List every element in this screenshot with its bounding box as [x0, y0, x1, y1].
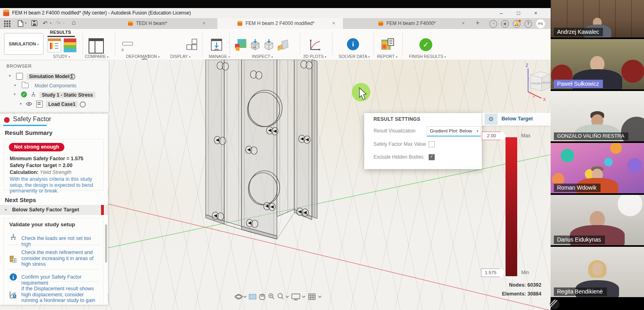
redo-dropdown-icon[interactable]: ▾	[63, 20, 64, 27]
undo-dropdown-icon[interactable]: ▾	[50, 20, 52, 27]
h-beam-model[interactable]	[206, 60, 317, 239]
participant-tile[interactable]: Darius Eidukynas	[551, 195, 644, 245]
user-avatar[interactable]: PS	[536, 19, 545, 28]
eye-visibility-icon[interactable]	[26, 102, 32, 106]
app-grid-icon[interactable]	[4, 21, 10, 27]
file-dropdown-icon[interactable]: ▾	[25, 20, 27, 27]
workspace-selector[interactable]: SIMULATION ▾	[4, 33, 43, 55]
panel-scrollbar-thumb[interactable]	[105, 224, 107, 262]
legend-settings-gear-icon[interactable]: ⚙	[485, 114, 497, 125]
participant-tile[interactable]: Paweł Sułkowicz	[551, 39, 644, 89]
inspect-probe-xyz-icon[interactable]: xyz	[249, 38, 262, 52]
legend-min-handle[interactable]: 1.575	[481, 269, 505, 277]
visibility-radio-icon[interactable]	[80, 101, 86, 107]
tree-item-simulation-model[interactable]: ▾ Simulation Model 1	[0, 72, 109, 81]
viewcube-right-label[interactable]: RIGHT	[543, 81, 551, 85]
group-display[interactable]: DISPLAY ▾	[164, 54, 196, 59]
group-compare[interactable]: COMPARE ▾	[80, 54, 113, 59]
undo-icon[interactable]: ↶	[43, 20, 48, 27]
pan-hand-icon[interactable]	[260, 294, 265, 300]
group-manage[interactable]: MANAGE ▾	[203, 54, 235, 59]
tab-close-icon[interactable]: ×	[460, 21, 466, 26]
participant-tile[interactable]: Roman Wdowik	[551, 143, 644, 193]
chevron-right-icon[interactable]: ▸	[14, 83, 17, 87]
group-report[interactable]: REPORT ▾	[371, 54, 403, 59]
look-at-icon[interactable]	[249, 294, 256, 299]
display-settings-icon[interactable]	[292, 294, 300, 300]
help-icon[interactable]: ?	[524, 20, 532, 28]
study-results-icon[interactable]	[47, 38, 61, 52]
view-cube[interactable]: Z FRONT RIGHT × X	[526, 63, 551, 102]
solver-data-icon[interactable]: i	[347, 38, 359, 50]
close-button[interactable]: ×	[529, 9, 543, 17]
group-inspect[interactable]: INSPECT ▾	[246, 54, 279, 59]
result-settings-dialog: RESULT SETTINGS Result Visualization Gra…	[364, 113, 482, 169]
tree-item-model-components[interactable]: ▸ Model Components	[0, 82, 109, 90]
zoom-icon[interactable]	[269, 294, 274, 300]
tab-close-icon[interactable]: ×	[201, 21, 207, 26]
divider	[8, 245, 99, 245]
result-visualization-dropdown[interactable]: Gradient Plot: Below▾	[427, 126, 481, 136]
tree-item-load-case1[interactable]: ▸ Load Case1	[0, 100, 109, 108]
save-icon[interactable]	[31, 20, 37, 26]
participant-tile[interactable]: GONZALO VALIÑO RIESTRA	[551, 91, 644, 141]
participant-tile[interactable]: Regita Bendikienė	[551, 247, 644, 297]
tree-item-study1[interactable]: ▾ ✓ Study 1 - Static Stress	[0, 91, 109, 99]
participant-name: Regita Bendikienė	[554, 287, 607, 296]
minimize-button[interactable]: –	[494, 9, 508, 17]
group-finish-results[interactable]: FINISH RESULTS ▾	[403, 54, 452, 59]
redo-icon[interactable]: ↷	[56, 20, 61, 27]
grid-dropdown-icon[interactable]	[318, 296, 321, 298]
deformation-none-icon[interactable]: 0	[120, 38, 135, 53]
group-deformation[interactable]: DEFORMATION ▾	[121, 54, 165, 59]
chevron-down-icon[interactable]: ▾	[5, 208, 7, 212]
2d-plots-icon[interactable]	[308, 38, 321, 52]
chevron-down-icon[interactable]: ▾	[14, 92, 16, 96]
report-icon[interactable]	[381, 38, 394, 52]
extensions-icon[interactable]: ◉	[501, 20, 509, 28]
group-study[interactable]: STUDY ▾	[45, 54, 78, 59]
manage-icon[interactable]	[210, 38, 223, 52]
exclude-hidden-bodies-checkbox[interactable]	[429, 154, 435, 160]
step-check-loads[interactable]: Check the loads are not set too high	[21, 236, 98, 247]
ribbon-separator	[229, 33, 230, 55]
chevron-right-icon[interactable]: ▸	[20, 101, 22, 105]
job-status-icon[interactable]: ◔	[489, 20, 497, 28]
display-layout-icon[interactable]	[186, 38, 198, 51]
visibility-radio-icon[interactable]	[69, 74, 75, 80]
inspect-probe-icon[interactable]	[262, 38, 275, 52]
grid-settings-icon[interactable]	[309, 294, 315, 300]
group-2d-plots[interactable]: 2D PLOTS ▾	[299, 54, 331, 59]
compare-icon[interactable]	[89, 38, 104, 54]
result-summary-card: Not strong enough Minimum Safety Factor …	[3, 139, 104, 190]
tab-fem-h-beam-modified[interactable]: FEM H beam 2 F4000 modified* ×	[217, 18, 343, 29]
step-confirm-requirement[interactable]: Confirm your Safety Factor requirement	[21, 274, 98, 286]
home-icon[interactable]: ⌂	[72, 19, 76, 26]
legend-color-bar[interactable]	[506, 137, 517, 276]
safety-factor-max-value-checkbox[interactable]	[429, 141, 435, 147]
viewcube-front-label[interactable]: FRONT	[531, 82, 542, 85]
tab-close-icon[interactable]: ×	[331, 21, 336, 26]
inspect-section-plane-icon[interactable]	[276, 38, 290, 52]
tab-tedi-h-beam[interactable]: TEDI H beam* ×	[121, 18, 213, 29]
display-dropdown-icon[interactable]	[302, 296, 305, 298]
chevron-down-icon[interactable]: ▾	[9, 74, 11, 78]
orbit-dropdown-icon[interactable]	[244, 296, 246, 298]
finish-results-icon[interactable]: ✓	[419, 38, 432, 51]
step-check-mesh[interactable]: Check the mesh refinement and consider i…	[21, 250, 98, 267]
maximize-button[interactable]: □	[512, 9, 525, 17]
fit-icon[interactable]	[278, 293, 284, 299]
below-target-section-row[interactable]: ▾ Below Safety Factor Target	[0, 205, 108, 215]
tab-fem-h-beam[interactable]: FEM H beam 2 F4000* ×	[367, 18, 471, 29]
step-nonlinear-study[interactable]: If the Displacement result shows high di…	[21, 286, 98, 305]
inspect-results-icon[interactable]	[234, 38, 247, 52]
new-tab-icon[interactable]: +	[476, 19, 479, 27]
participant-tile[interactable]: Andrzej Kawalec	[551, 0, 644, 37]
fit-dropdown-icon[interactable]	[286, 296, 289, 298]
group-solver-data[interactable]: SOLVER DATA ▾	[336, 54, 372, 59]
orbit-icon[interactable]	[235, 294, 243, 299]
legend-gradient-icon[interactable]	[64, 38, 76, 52]
notifications-bell-icon[interactable]: 🔔	[513, 20, 520, 28]
legend-max-handle[interactable]: 2.00	[482, 132, 506, 140]
file-icon[interactable]	[18, 20, 23, 27]
